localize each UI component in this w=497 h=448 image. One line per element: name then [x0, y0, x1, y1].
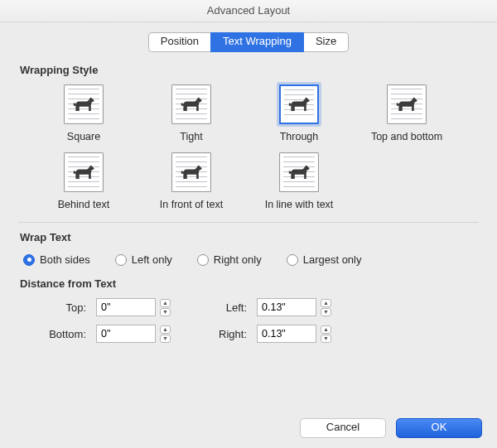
distance-heading: Distance from Text — [20, 277, 479, 290]
in-front-icon — [171, 152, 211, 192]
left-input[interactable] — [257, 298, 316, 316]
top-bottom-icon — [387, 84, 427, 124]
top-step-up[interactable]: ▲ — [160, 299, 171, 307]
left-step-up[interactable]: ▲ — [321, 299, 331, 307]
bottom-step-up[interactable]: ▲ — [160, 325, 171, 334]
left-step-down[interactable]: ▼ — [321, 308, 331, 316]
ok-button[interactable]: OK — [396, 418, 482, 438]
right-label: Right: — [197, 328, 247, 340]
radio-dot-icon — [23, 254, 35, 266]
left-label: Left: — [197, 301, 247, 314]
style-option-in-front[interactable]: In front of text — [138, 152, 245, 210]
radio-dot-icon — [197, 254, 209, 266]
tab-position[interactable]: Position — [148, 32, 210, 52]
style-label: In line with text — [265, 199, 334, 210]
style-option-inline[interactable]: In line with text — [245, 152, 353, 210]
style-label: Through — [280, 131, 319, 142]
square-icon — [64, 84, 104, 124]
bottom-input[interactable] — [96, 325, 156, 343]
radio-largest-only[interactable]: Largest only — [287, 253, 362, 266]
bottom-step-down[interactable]: ▼ — [160, 335, 171, 343]
tab-segmented-control: Position Text Wrapping Size — [18, 32, 479, 52]
right-step-down[interactable]: ▼ — [321, 335, 331, 343]
style-label: Square — [67, 131, 100, 142]
divider — [18, 222, 479, 223]
tab-size[interactable]: Size — [304, 32, 349, 52]
radio-label: Largest only — [303, 253, 362, 266]
style-label: Behind text — [58, 199, 110, 210]
radio-both-sides[interactable]: Both sides — [23, 253, 90, 266]
inline-icon — [279, 152, 319, 192]
radio-right-only[interactable]: Right only — [197, 253, 262, 266]
bottom-stepper: ▲ ▼ — [96, 325, 187, 343]
top-stepper: ▲ ▼ — [96, 298, 187, 316]
top-label: Top: — [27, 301, 86, 314]
radio-dot-icon — [115, 254, 127, 266]
style-option-tight[interactable]: Tight — [138, 84, 245, 142]
style-label: Tight — [180, 131, 202, 142]
title-bar: Advanced Layout — [0, 0, 497, 22]
radio-label: Left only — [132, 253, 172, 266]
right-stepper: ▲ ▼ — [257, 325, 348, 343]
style-option-square[interactable]: Square — [30, 84, 138, 142]
top-input[interactable] — [96, 298, 156, 316]
tight-icon — [171, 84, 211, 124]
dialog-footer: Cancel OK — [0, 418, 497, 438]
distance-grid: Top: ▲ ▼ Left: ▲ ▼ Bottom: ▲ — [18, 298, 479, 343]
through-icon — [279, 84, 319, 124]
left-stepper: ▲ ▼ — [257, 298, 348, 316]
cancel-button[interactable]: Cancel — [300, 418, 386, 438]
window-title: Advanced Layout — [207, 4, 290, 17]
wrap-text-heading: Wrap Text — [20, 231, 479, 243]
bottom-label: Bottom: — [27, 328, 86, 340]
style-label: In front of text — [160, 199, 223, 210]
wrap-text-radio-group: Both sides Left only Right only Largest … — [18, 252, 479, 274]
dialog-window: Advanced Layout Position Text Wrapping S… — [0, 0, 497, 448]
top-step-down[interactable]: ▼ — [160, 308, 171, 316]
right-input[interactable] — [257, 325, 316, 343]
behind-icon — [64, 152, 104, 192]
style-option-through[interactable]: Through — [245, 84, 353, 142]
right-step-up[interactable]: ▲ — [321, 325, 331, 334]
tab-text-wrapping[interactable]: Text Wrapping — [210, 32, 304, 52]
radio-label: Both sides — [40, 253, 90, 266]
wrapping-style-heading: Wrapping Style — [20, 64, 479, 76]
style-option-top-bottom[interactable]: Top and bottom — [353, 84, 461, 142]
style-option-behind[interactable]: Behind text — [30, 152, 138, 210]
style-label: Top and bottom — [371, 131, 442, 142]
radio-left-only[interactable]: Left only — [115, 253, 172, 266]
radio-dot-icon — [287, 254, 298, 266]
radio-label: Right only — [214, 253, 262, 266]
wrapping-style-grid: Square Tight Through — [18, 84, 479, 217]
